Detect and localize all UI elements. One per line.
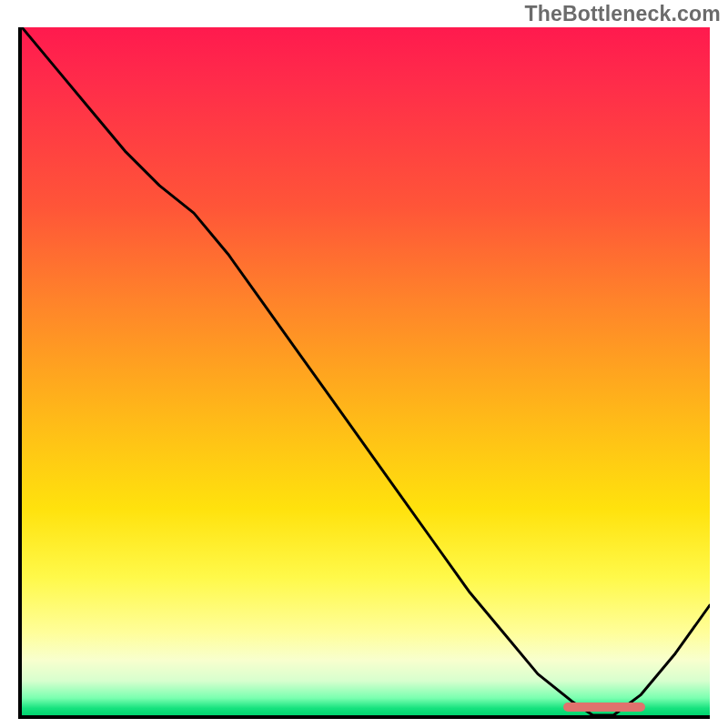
chart-background-gradient	[22, 27, 710, 715]
optimal-range-marker	[563, 703, 645, 712]
chart-axes-frame	[18, 27, 710, 719]
watermark: TheBottleneck.com	[524, 2, 721, 26]
